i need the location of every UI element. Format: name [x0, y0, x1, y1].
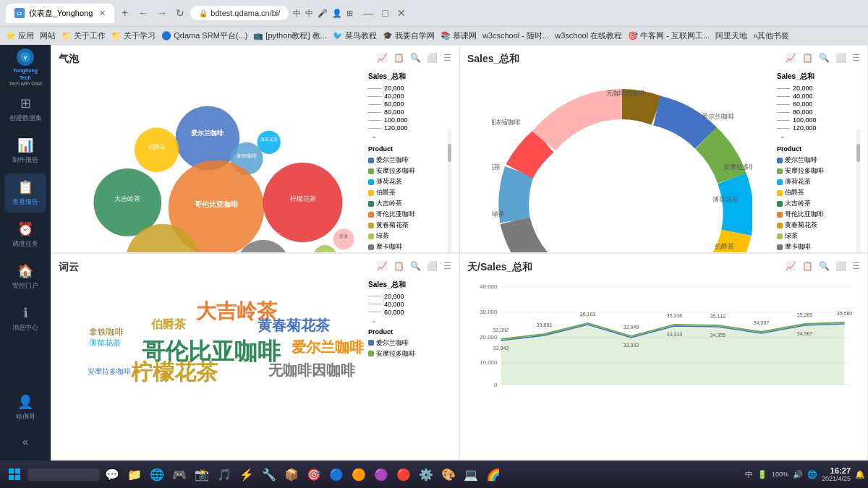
donut-legend-item: 伯爵茶: [777, 188, 860, 197]
taskbar-lang[interactable]: 中: [745, 469, 753, 480]
bookmark-python[interactable]: 📺 [python教程] 教...: [253, 30, 326, 41]
wc-toolbar-more[interactable]: ☰: [442, 260, 453, 273]
word-chamomile[interactable]: 黄春菊花茶: [258, 316, 330, 335]
taskbar-app-2[interactable]: 📁: [124, 463, 145, 485]
bubble-legend-item: 绿茶: [368, 231, 451, 241]
donut-toolbar-chart[interactable]: 📈: [784, 51, 798, 64]
donut-toolbar-zoom[interactable]: 🔍: [817, 51, 831, 64]
donut-toolbar-expand[interactable]: ⬜: [834, 51, 848, 64]
taskbar-app-12[interactable]: 🟠: [348, 463, 370, 485]
taskbar-app-7[interactable]: ⚡: [236, 463, 258, 485]
new-tab-button[interactable]: +: [119, 4, 131, 22]
seg-amarula[interactable]: [706, 138, 732, 179]
tab-close-btn[interactable]: ✕: [99, 9, 106, 18]
bubble-chart-panel: 气泡 📈 📋 🔍 ⬜ ☰ 爱尔兰咖啡: [51, 45, 459, 253]
wc-toolbar-expand[interactable]: ⬜: [425, 260, 439, 273]
seg-espresso[interactable]: [544, 104, 622, 141]
bookmark-imooc[interactable]: 📚 慕课网: [441, 30, 477, 41]
taskbar-search[interactable]: [27, 468, 100, 481]
bookmark-selfstudy[interactable]: 🎓 我要自学网: [383, 30, 435, 41]
taskbar-network-icon[interactable]: 🌐: [807, 470, 817, 479]
taskbar-app-18[interactable]: 🌈: [482, 463, 504, 485]
sidebar-item-info[interactable]: ℹ 消息中心: [4, 299, 46, 338]
bubble-toolbar-chart[interactable]: 📈: [375, 51, 389, 64]
seg-decaf[interactable]: [622, 104, 657, 111]
taskbar-app-16[interactable]: 🎨: [438, 463, 459, 485]
start-button[interactable]: [3, 463, 26, 486]
sidebar-item-view-report[interactable]: 📋 查看报告: [4, 174, 46, 213]
line-toolbar-chart[interactable]: 📈: [784, 260, 798, 273]
taskbar-speaker-icon[interactable]: 🔊: [793, 470, 803, 479]
taskbar-app-9[interactable]: 📦: [281, 463, 302, 485]
bubble-mint-tea[interactable]: [258, 131, 281, 154]
seg-mocha[interactable]: [515, 221, 545, 253]
taskbar-app-17[interactable]: 💻: [460, 463, 482, 485]
bubble-toolbar-table[interactable]: 📋: [392, 51, 406, 64]
sidebar-item-user[interactable]: 👤 哈佛哥: [4, 388, 46, 427]
bookmark-more[interactable]: »其他书签: [753, 30, 789, 41]
bookmark-work[interactable]: 📁 关于工作: [61, 30, 106, 41]
forward-button[interactable]: →: [154, 6, 170, 20]
taskbar-app-11[interactable]: 🔵: [326, 463, 347, 485]
line-toolbar-table[interactable]: 📋: [801, 260, 814, 273]
sidebar-item-create[interactable]: ⊞ 创建数据集: [4, 90, 46, 129]
bookmark-nowcoder[interactable]: 🎯 牛客网 - 互联网工...: [628, 30, 710, 41]
seg-latte[interactable]: [514, 171, 519, 221]
word-mint[interactable]: 薄荷花茶: [89, 338, 121, 348]
sidebar-collapse-btn[interactable]: «: [17, 430, 34, 453]
sidebar-item-task[interactable]: ⏰ 调度任务: [4, 215, 46, 254]
taskbar-app-14[interactable]: 🔴: [393, 463, 414, 485]
taskbar-app-5[interactable]: 📸: [191, 463, 213, 485]
sidebar-item-make-report[interactable]: 📊 制作报告: [4, 132, 46, 171]
bookmark-w3school[interactable]: w3school 在线教程: [555, 30, 622, 41]
taskbar-app-4[interactable]: 🎮: [169, 463, 190, 485]
seg-mint[interactable]: [732, 179, 739, 233]
taskbar-notification-icon[interactable]: 🔔: [855, 470, 865, 479]
maximize-btn[interactable]: □: [379, 6, 391, 20]
bubble-ireland-coffee[interactable]: [176, 106, 240, 171]
donut-toolbar-more[interactable]: ☰: [851, 51, 861, 64]
line-toolbar-more[interactable]: ☰: [851, 260, 861, 273]
browser-tab[interactable]: 🗂 仪表盘_Yonghong ✕: [6, 4, 114, 23]
donut-toolbar-table[interactable]: 📋: [801, 51, 814, 64]
seg-ireland[interactable]: [657, 111, 706, 138]
line-toolbar-zoom[interactable]: 🔍: [817, 260, 831, 273]
taskbar-app-3[interactable]: 🌐: [146, 463, 168, 485]
address-bar[interactable]: 🔒 bdtest.qdama.cn/bi/: [190, 6, 289, 20]
wc-toolbar-zoom[interactable]: 🔍: [409, 260, 422, 273]
word-earl[interactable]: 伯爵茶: [151, 317, 186, 333]
bookmark-w3cschool[interactable]: w3cschool - 随时...: [482, 30, 549, 41]
wc-toolbar-table[interactable]: 📋: [392, 260, 406, 273]
refresh-button[interactable]: ↻: [173, 6, 187, 20]
minimize-btn[interactable]: —: [360, 6, 376, 20]
bubble-espresso[interactable]: [333, 228, 354, 249]
back-button[interactable]: ←: [135, 6, 151, 20]
sidebar-label-user: 哈佛哥: [16, 412, 35, 421]
bookmark-study[interactable]: 📁 关于学习: [111, 30, 156, 41]
word-amarula[interactable]: 安摩拉多咖啡: [88, 367, 131, 377]
taskbar-app-15[interactable]: ⚙️: [415, 463, 437, 485]
word-latte[interactable]: 拿铁咖啡: [89, 326, 124, 338]
taskbar-app-6[interactable]: 🎵: [213, 463, 235, 485]
bookmark-website[interactable]: 网站: [40, 30, 56, 41]
close-btn[interactable]: ✕: [394, 6, 409, 20]
bubble-toolbar-more[interactable]: ☰: [442, 51, 453, 64]
word-decaf[interactable]: 无咖啡因咖啡: [268, 361, 355, 380]
word-ireland[interactable]: 爱尔兰咖啡: [292, 338, 364, 357]
bookmark-alibaba[interactable]: 阿里天地: [715, 30, 747, 41]
bookmark-apps[interactable]: ⭐ 应用: [6, 30, 34, 41]
bubble-toolbar-zoom[interactable]: 🔍: [409, 51, 422, 64]
bookmark-runoob[interactable]: 🐦 菜鸟教程: [333, 30, 377, 41]
taskbar-app-8[interactable]: 🔧: [258, 463, 280, 485]
donut-legend-items: 爱尔兰咖啡安摩拉多咖啡薄荷花茶伯爵茶大吉岭茶哥伦比亚咖啡黄春菊花茶绿茶摩卡咖啡拿…: [777, 155, 860, 253]
word-lemon[interactable]: 柠檬花茶: [131, 358, 218, 388]
seg-lemon[interactable]: [519, 141, 544, 171]
bookmark-qdama[interactable]: 🔵 Qdama SRM平台(...): [161, 30, 247, 41]
line-toolbar-expand[interactable]: ⬜: [834, 260, 848, 273]
taskbar-app-13[interactable]: 🟣: [370, 463, 392, 485]
taskbar-app-1[interactable]: 💬: [101, 463, 123, 485]
bubble-toolbar-expand[interactable]: ⬜: [425, 51, 439, 64]
taskbar-app-10[interactable]: 🎯: [303, 463, 325, 485]
sidebar-item-portal[interactable]: 🏠 管控门户: [4, 257, 46, 296]
wc-toolbar-chart[interactable]: 📈: [375, 260, 389, 273]
